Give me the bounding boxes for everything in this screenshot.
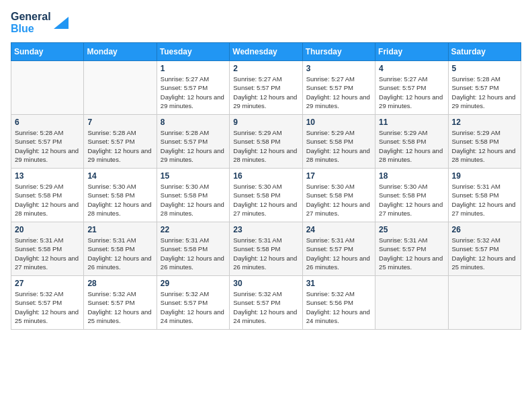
header-sunday: Sunday [11, 43, 84, 61]
header-tuesday: Tuesday [157, 43, 229, 61]
day-number: 10 [306, 118, 371, 127]
calendar-cell: 6Sunrise: 5:28 AMSunset: 5:57 PMDaylight… [11, 115, 84, 169]
calendar-cell [84, 61, 157, 115]
calendar-cell: 12Sunrise: 5:29 AMSunset: 5:58 PMDayligh… [448, 115, 521, 169]
day-number: 11 [379, 118, 444, 127]
calendar-cell: 27Sunrise: 5:32 AMSunset: 5:57 PMDayligh… [11, 276, 84, 330]
calendar-cell: 25Sunrise: 5:31 AMSunset: 5:57 PMDayligh… [375, 222, 448, 276]
calendar-cell: 11Sunrise: 5:29 AMSunset: 5:58 PMDayligh… [375, 115, 448, 169]
day-number: 8 [161, 118, 226, 127]
calendar-cell: 8Sunrise: 5:28 AMSunset: 5:57 PMDaylight… [157, 115, 229, 169]
day-number: 4 [379, 64, 444, 73]
header-friday: Friday [375, 43, 448, 61]
calendar-cell: 30Sunrise: 5:32 AMSunset: 5:57 PMDayligh… [230, 276, 302, 330]
day-number: 13 [15, 171, 80, 181]
days-header-row: Sunday Monday Tuesday Wednesday Thursday… [11, 43, 521, 61]
day-number: 23 [233, 225, 298, 234]
logo-arrow-icon [54, 17, 69, 29]
calendar-week-row: 13Sunrise: 5:29 AMSunset: 5:58 PMDayligh… [11, 169, 521, 222]
day-number: 15 [161, 171, 226, 181]
calendar-cell: 22Sunrise: 5:31 AMSunset: 5:58 PMDayligh… [157, 222, 229, 276]
day-info: Sunrise: 5:27 AMSunset: 5:57 PMDaylight:… [161, 75, 226, 110]
day-info: Sunrise: 5:28 AMSunset: 5:57 PMDaylight:… [452, 75, 517, 110]
header-thursday: Thursday [302, 43, 375, 61]
calendar-cell: 28Sunrise: 5:32 AMSunset: 5:57 PMDayligh… [84, 276, 157, 330]
calendar-cell: 20Sunrise: 5:31 AMSunset: 5:58 PMDayligh… [11, 222, 84, 276]
calendar-cell: 31Sunrise: 5:32 AMSunset: 5:56 PMDayligh… [302, 276, 375, 330]
day-info: Sunrise: 5:27 AMSunset: 5:57 PMDaylight:… [306, 75, 371, 110]
header-monday: Monday [84, 43, 157, 61]
day-number: 26 [452, 225, 517, 234]
day-info: Sunrise: 5:30 AMSunset: 5:58 PMDaylight:… [161, 182, 226, 218]
day-info: Sunrise: 5:32 AMSunset: 5:57 PMDaylight:… [233, 289, 298, 325]
calendar-cell: 7Sunrise: 5:28 AMSunset: 5:57 PMDaylight… [84, 115, 157, 169]
day-number: 5 [452, 64, 517, 73]
day-number: 19 [452, 171, 517, 181]
day-info: Sunrise: 5:31 AMSunset: 5:57 PMDaylight:… [379, 236, 444, 271]
day-info: Sunrise: 5:30 AMSunset: 5:58 PMDaylight:… [87, 182, 152, 218]
day-info: Sunrise: 5:31 AMSunset: 5:58 PMDaylight:… [452, 182, 517, 218]
day-info: Sunrise: 5:32 AMSunset: 5:57 PMDaylight:… [15, 289, 80, 325]
day-info: Sunrise: 5:31 AMSunset: 5:57 PMDaylight:… [306, 236, 371, 271]
logo-blue: Blue [11, 23, 51, 35]
day-number: 7 [87, 118, 152, 127]
calendar-cell: 15Sunrise: 5:30 AMSunset: 5:58 PMDayligh… [157, 169, 229, 222]
calendar-cell [11, 61, 84, 115]
calendar-cell: 4Sunrise: 5:27 AMSunset: 5:57 PMDaylight… [375, 61, 448, 115]
day-number: 1 [161, 64, 226, 73]
day-number: 2 [233, 64, 298, 73]
day-info: Sunrise: 5:32 AMSunset: 5:57 PMDaylight:… [87, 289, 152, 325]
day-number: 24 [306, 225, 371, 234]
calendar-cell: 17Sunrise: 5:30 AMSunset: 5:58 PMDayligh… [302, 169, 375, 222]
day-info: Sunrise: 5:29 AMSunset: 5:58 PMDaylight:… [452, 128, 517, 164]
day-number: 14 [87, 171, 152, 181]
day-info: Sunrise: 5:30 AMSunset: 5:58 PMDaylight:… [306, 182, 371, 218]
day-info: Sunrise: 5:31 AMSunset: 5:58 PMDaylight:… [233, 236, 298, 271]
day-number: 28 [87, 279, 152, 288]
day-number: 30 [233, 279, 298, 288]
day-number: 18 [379, 171, 444, 181]
day-info: Sunrise: 5:29 AMSunset: 5:58 PMDaylight:… [15, 182, 80, 218]
day-number: 22 [161, 225, 226, 234]
header-wednesday: Wednesday [230, 43, 302, 61]
calendar-cell: 14Sunrise: 5:30 AMSunset: 5:58 PMDayligh… [84, 169, 157, 222]
calendar-cell: 5Sunrise: 5:28 AMSunset: 5:57 PMDaylight… [448, 61, 521, 115]
calendar-cell [448, 276, 521, 330]
calendar-cell: 23Sunrise: 5:31 AMSunset: 5:58 PMDayligh… [230, 222, 302, 276]
day-info: Sunrise: 5:29 AMSunset: 5:58 PMDaylight:… [306, 128, 371, 164]
day-number: 17 [306, 171, 371, 181]
calendar-cell [375, 276, 448, 330]
day-number: 29 [161, 279, 226, 288]
day-info: Sunrise: 5:32 AMSunset: 5:56 PMDaylight:… [306, 289, 371, 325]
calendar-cell: 18Sunrise: 5:30 AMSunset: 5:58 PMDayligh… [375, 169, 448, 222]
day-number: 21 [87, 225, 152, 234]
day-number: 12 [452, 118, 517, 127]
day-number: 25 [379, 225, 444, 234]
header-saturday: Saturday [448, 43, 521, 61]
calendar-cell: 10Sunrise: 5:29 AMSunset: 5:58 PMDayligh… [302, 115, 375, 169]
calendar-cell: 24Sunrise: 5:31 AMSunset: 5:57 PMDayligh… [302, 222, 375, 276]
calendar-cell: 16Sunrise: 5:30 AMSunset: 5:58 PMDayligh… [230, 169, 302, 222]
svg-marker-0 [54, 17, 69, 29]
day-number: 3 [306, 64, 371, 73]
calendar-cell: 21Sunrise: 5:31 AMSunset: 5:58 PMDayligh… [84, 222, 157, 276]
calendar-week-row: 1Sunrise: 5:27 AMSunset: 5:57 PMDaylight… [11, 61, 521, 115]
day-number: 27 [15, 279, 80, 288]
calendar-week-row: 20Sunrise: 5:31 AMSunset: 5:58 PMDayligh… [11, 222, 521, 276]
day-info: Sunrise: 5:32 AMSunset: 5:57 PMDaylight:… [161, 289, 226, 325]
day-info: Sunrise: 5:29 AMSunset: 5:58 PMDaylight:… [233, 128, 298, 164]
calendar-cell: 19Sunrise: 5:31 AMSunset: 5:58 PMDayligh… [448, 169, 521, 222]
day-info: Sunrise: 5:28 AMSunset: 5:57 PMDaylight:… [87, 128, 152, 164]
calendar-cell: 3Sunrise: 5:27 AMSunset: 5:57 PMDaylight… [302, 61, 375, 115]
day-info: Sunrise: 5:30 AMSunset: 5:58 PMDaylight:… [379, 182, 444, 218]
day-number: 9 [233, 118, 298, 127]
logo-general: General [11, 11, 51, 23]
day-info: Sunrise: 5:27 AMSunset: 5:57 PMDaylight:… [379, 75, 444, 110]
calendar-cell: 29Sunrise: 5:32 AMSunset: 5:57 PMDayligh… [157, 276, 229, 330]
calendar-cell: 1Sunrise: 5:27 AMSunset: 5:57 PMDaylight… [157, 61, 229, 115]
day-info: Sunrise: 5:29 AMSunset: 5:58 PMDaylight:… [379, 128, 444, 164]
day-info: Sunrise: 5:28 AMSunset: 5:57 PMDaylight:… [15, 128, 80, 164]
day-info: Sunrise: 5:31 AMSunset: 5:58 PMDaylight:… [161, 236, 226, 271]
calendar-week-row: 27Sunrise: 5:32 AMSunset: 5:57 PMDayligh… [11, 276, 521, 330]
day-info: Sunrise: 5:31 AMSunset: 5:58 PMDaylight:… [87, 236, 152, 271]
